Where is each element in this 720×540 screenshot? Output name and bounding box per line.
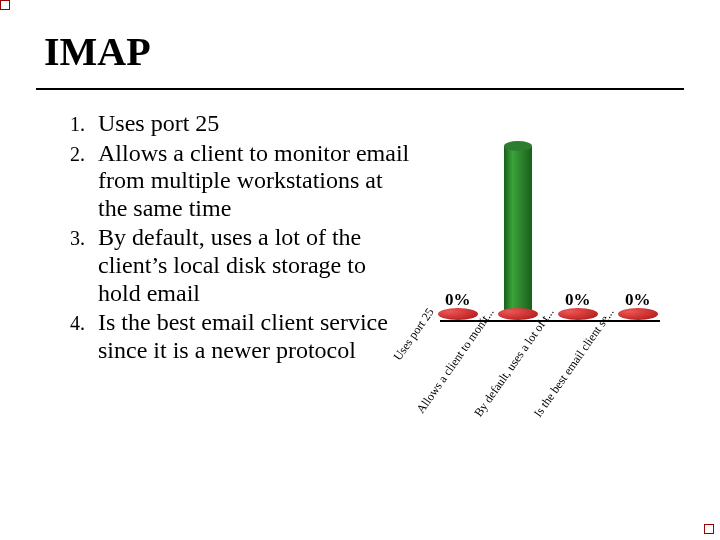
bar-value-label: 0% — [438, 290, 478, 310]
bar-slot-4: 0% — [618, 290, 658, 320]
bar-base-icon — [498, 308, 538, 320]
answer-item: By default, uses a lot of the client’s l… — [90, 224, 412, 307]
corner-deco-br — [704, 524, 714, 534]
corner-deco-tl — [0, 0, 10, 10]
answers-column: Uses port 25 Allows a client to monitor … — [36, 110, 412, 430]
bar-base-icon — [438, 308, 478, 320]
bar-slot-1: 0% — [438, 290, 478, 320]
bar-base-icon — [618, 308, 658, 320]
slide: IMAP Uses port 25 Allows a client to mon… — [0, 0, 720, 540]
bar-cap-icon — [504, 141, 532, 151]
bar-value-label: 0% — [558, 290, 598, 310]
title-block: IMAP — [36, 18, 684, 90]
category-labels: Uses port 25 Allows a client to monit...… — [430, 324, 680, 444]
slide-title: IMAP — [44, 32, 684, 78]
bar-chart: 0% 100% 0% — [430, 110, 660, 320]
answer-item: Allows a client to monitor email from mu… — [90, 140, 412, 223]
answer-item: Uses port 25 — [90, 110, 412, 138]
bar-base-icon — [558, 308, 598, 320]
answer-item: Is the best email client service since i… — [90, 309, 412, 364]
bar-value-label: 0% — [618, 290, 658, 310]
bar-2 — [504, 146, 532, 314]
bar-slot-2: 100% — [498, 146, 538, 320]
content-row: Uses port 25 Allows a client to monitor … — [36, 110, 684, 430]
answers-list: Uses port 25 Allows a client to monitor … — [36, 110, 412, 364]
bar-slot-3: 0% — [558, 290, 598, 320]
chart-column: 0% 100% 0% — [412, 110, 684, 430]
